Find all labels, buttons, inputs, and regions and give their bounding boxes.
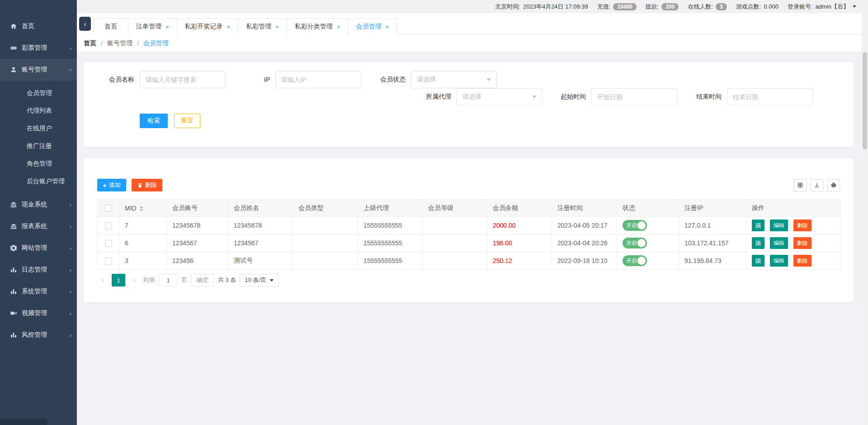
sidebar-subitem-promo-register[interactable]: 推广注册 xyxy=(0,137,77,155)
sort-icon[interactable] xyxy=(140,206,143,211)
sidebar-item-home[interactable]: 首页 xyxy=(0,15,77,37)
prev-page-button[interactable]: ‹ xyxy=(97,274,108,287)
breadcrumb: 首页 / 账号管理 / 会员管理 xyxy=(77,35,868,52)
pagination: ‹ 1 › 到第 页 确定 共 3 条 10 条/页 xyxy=(97,274,840,287)
kick-button[interactable]: 踢 xyxy=(752,237,764,249)
add-button[interactable]: + 添加 xyxy=(97,179,126,191)
table-tool-icons xyxy=(794,179,840,191)
row-delete-button[interactable]: 删除 xyxy=(793,220,811,231)
tab-close-icon[interactable]: × xyxy=(337,24,340,30)
edit-button[interactable]: 编辑 xyxy=(770,237,788,249)
row-checkbox[interactable] xyxy=(105,240,112,247)
tabs: 首页 注单管理 × 私彩开奖记录 × 私彩管理 × 私彩分类管理 × 会员管理 … xyxy=(93,18,397,35)
tab-member-manage[interactable]: 会员管理 × xyxy=(348,18,397,35)
sidebar-subitem-online-users[interactable]: 在线用户 xyxy=(0,119,77,137)
goto-page-input[interactable] xyxy=(159,274,178,287)
status-toggle[interactable]: 开启 xyxy=(623,255,647,266)
col-level: 会员等级 xyxy=(423,200,487,217)
chevron-right-icon: › xyxy=(70,332,71,338)
select-caret-icon xyxy=(270,279,274,282)
sidebar-item-video-manage[interactable]: 视频管理 › xyxy=(0,302,77,324)
sidebar-item-report-system[interactable]: 报表系统 › xyxy=(0,215,77,237)
row-delete-button[interactable]: 删除 xyxy=(793,237,811,249)
col-status: 状态 xyxy=(617,200,679,217)
goto-confirm-button[interactable]: 确定 xyxy=(191,274,214,287)
sidebar-item-system-manage[interactable]: 系统管理 › xyxy=(0,281,77,302)
agent-label: 所属代理 xyxy=(382,93,451,101)
status-toggle[interactable]: 开启 xyxy=(623,220,647,231)
current-page-button[interactable]: 1 xyxy=(112,274,125,287)
sidebar-item-label: 现金系统 xyxy=(22,201,47,209)
tab-lottery-category-manage[interactable]: 私彩分类管理 × xyxy=(287,18,349,35)
tab-home[interactable]: 首页 xyxy=(93,18,128,35)
tab-close-icon[interactable]: × xyxy=(385,24,389,30)
printer-icon xyxy=(830,182,837,188)
search-button[interactable]: 检索 xyxy=(140,114,168,128)
edit-button[interactable]: 编辑 xyxy=(770,255,788,267)
sidebar-collapse-button[interactable]: ‹ xyxy=(79,17,91,31)
col-reg-time: 注册时间 xyxy=(552,200,617,217)
plus-icon: + xyxy=(103,182,107,189)
sidebar-item-label: 账号管理 xyxy=(22,66,47,74)
sidebar-item-label: 日志管理 xyxy=(22,266,47,274)
sidebar-item-label: 网站管理 xyxy=(22,244,47,252)
member-status-select[interactable]: 请选择 xyxy=(411,71,497,88)
sidebar-subitem-member-manage[interactable]: 会员管理 xyxy=(0,84,77,102)
tab-close-icon[interactable]: × xyxy=(227,24,231,30)
select-all-checkbox[interactable] xyxy=(105,205,112,212)
tab-close-icon[interactable]: × xyxy=(275,24,279,30)
print-button[interactable] xyxy=(827,179,840,191)
table-header-row: MID 会员账号 会员姓名 会员类型 上级代理 会员等级 会员余额 注册时间 状… xyxy=(98,200,840,217)
col-mid[interactable]: MID xyxy=(119,200,167,217)
sidebar-item-website-manage[interactable]: 网站管理 › xyxy=(0,237,77,259)
row-checkbox[interactable] xyxy=(105,222,112,229)
breadcrumb-account-manage[interactable]: 账号管理 xyxy=(107,39,132,48)
sidebar-item-label: 彩票管理 xyxy=(22,44,47,52)
row-checkbox[interactable] xyxy=(105,258,112,265)
kick-button[interactable]: 踢 xyxy=(752,255,764,267)
sidebar-item-risk-manage[interactable]: 风控管理 › xyxy=(0,324,77,346)
end-date-input[interactable] xyxy=(727,88,813,105)
field-end-time: 结束时间 xyxy=(653,88,813,105)
game-points-stat: 游戏点数: 0.000 xyxy=(736,3,778,11)
table-row: 3 123456 测试号 15555555555 250.12 2022-09-… xyxy=(98,252,840,270)
next-page-button[interactable]: › xyxy=(129,274,140,287)
sidebar-item-cash-system[interactable]: 现金系统 › xyxy=(0,194,77,215)
scrollbar-thumb[interactable] xyxy=(863,52,867,149)
login-account-menu[interactable]: 登录账号: admin【后】 xyxy=(788,3,856,11)
row-delete-button[interactable]: 删除 xyxy=(793,255,811,267)
edit-button[interactable]: 编辑 xyxy=(770,220,788,231)
delete-button[interactable]: 删除 xyxy=(132,179,162,191)
filter-columns-button[interactable] xyxy=(794,179,807,191)
recharge-badge: 10480 xyxy=(613,3,636,10)
col-type: 会员类型 xyxy=(293,200,358,217)
sidebar-item-label: 首页 xyxy=(22,22,34,30)
sidebar-item-account[interactable]: 账号管理 › xyxy=(0,59,77,81)
tab-order-manage[interactable]: 注单管理 × xyxy=(128,18,177,35)
breadcrumb-home[interactable]: 首页 xyxy=(84,39,96,48)
breadcrumb-current[interactable]: 会员管理 xyxy=(143,39,169,48)
sidebar-subitem-agent-list[interactable]: 代理列表 xyxy=(0,102,77,119)
member-status-label: 会员状态 xyxy=(337,76,406,84)
gear-icon xyxy=(10,244,17,252)
tab-close-icon[interactable]: × xyxy=(165,24,169,30)
sidebar-menu: 首页 彩票管理 › 账号管理 › 会员管理 代理列表 在线用户 推广注册 角色管… xyxy=(0,0,77,346)
member-name-input[interactable] xyxy=(140,71,226,88)
per-page-select[interactable]: 10 条/页 xyxy=(240,274,278,287)
chevron-right-icon: › xyxy=(70,45,71,51)
export-button[interactable] xyxy=(811,179,823,191)
content-area: 会员名称 IP 会员状态 请选择 所属代理 请选择 xyxy=(77,52,868,425)
scrollbar[interactable] xyxy=(862,13,868,425)
sidebar-subitem-role-manage[interactable]: 角色管理 xyxy=(0,155,77,172)
sidebar-item-lottery[interactable]: 彩票管理 › xyxy=(0,37,77,59)
kick-button[interactable]: 踢 xyxy=(752,220,764,231)
tab-lottery-draw-records[interactable]: 私彩开奖记录 × xyxy=(177,18,239,35)
trash-icon xyxy=(137,182,143,188)
status-toggle[interactable]: 开启 xyxy=(623,238,647,248)
reset-button[interactable]: 重置 xyxy=(174,114,200,128)
sidebar-item-log-manage[interactable]: 日志管理 › xyxy=(0,259,77,281)
goto-label: 到第 xyxy=(143,276,155,284)
sidebar-subitem-backend-accounts[interactable]: 后台账户管理 xyxy=(0,172,77,190)
tab-lottery-manage[interactable]: 私彩管理 × xyxy=(238,18,287,35)
field-member-name: 会员名称 xyxy=(93,71,226,88)
